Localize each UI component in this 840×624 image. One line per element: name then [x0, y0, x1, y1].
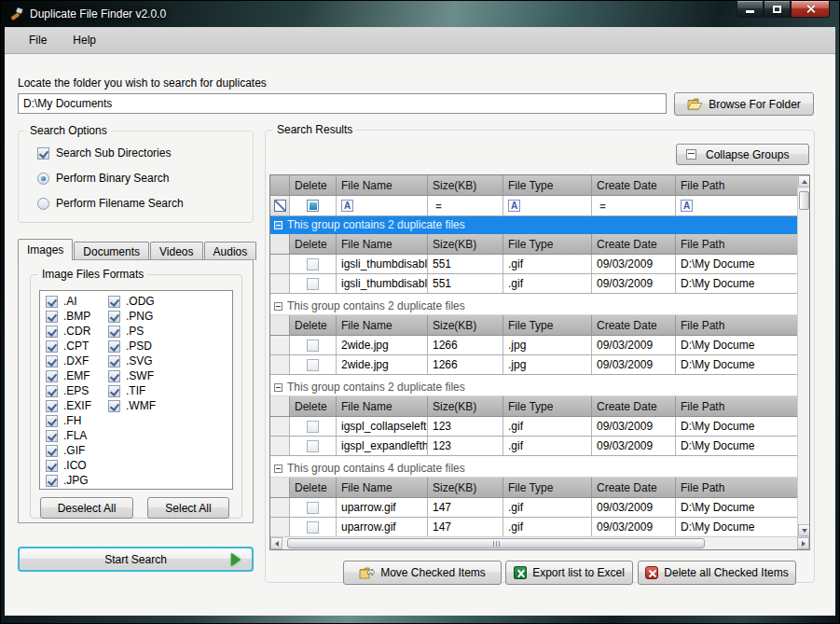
- scroll-down-button[interactable]: [798, 524, 810, 536]
- text-filter-icon[interactable]: A: [341, 200, 353, 212]
- collapse-group-icon[interactable]: [274, 221, 282, 229]
- maximize-button[interactable]: [764, 1, 791, 18]
- tab-videos[interactable]: Videos: [150, 242, 202, 260]
- vertical-scroll-thumb[interactable]: [799, 191, 809, 210]
- filter-input[interactable]: [612, 199, 670, 214]
- close-button[interactable]: [791, 1, 830, 18]
- horizontal-scroll-thumb[interactable]: [287, 538, 705, 548]
- format-checkbox-cdr[interactable]: .CDR: [46, 324, 91, 339]
- format-checkbox-tif[interactable]: .TIF: [108, 383, 156, 398]
- delete-checkbox[interactable]: [307, 258, 319, 270]
- format-checkbox-psd[interactable]: .PSD: [108, 339, 156, 354]
- delete-checkbox[interactable]: [307, 502, 319, 514]
- search-subdirectories-option[interactable]: Search Sub Directories: [37, 146, 171, 159]
- group-header[interactable]: This group contains 2 duplicate files: [270, 298, 799, 315]
- table-row[interactable]: 2wide.jpg 1266 .jpg 09/03/2009 D:\My Doc…: [270, 336, 799, 355]
- menu-file[interactable]: File: [18, 31, 58, 49]
- title-bar[interactable]: Duplicate File Finder v2.0.0: [1, 1, 839, 27]
- format-label: .CPT: [63, 340, 89, 353]
- text-filter-icon[interactable]: A: [681, 200, 693, 212]
- checkbox-icon: [108, 326, 120, 338]
- minimize-button[interactable]: [737, 1, 764, 18]
- format-checkbox-dxf[interactable]: .DXF: [46, 354, 91, 368]
- scroll-up-button[interactable]: [798, 175, 810, 187]
- collapse-groups-button[interactable]: Collapse Groups: [676, 144, 809, 165]
- vertical-scrollbar[interactable]: [797, 175, 809, 536]
- format-checkbox-gif[interactable]: .GIF: [46, 443, 91, 458]
- header-size[interactable]: Size(KB): [428, 175, 503, 195]
- format-checkbox-odg[interactable]: .ODG: [108, 294, 156, 309]
- table-row[interactable]: igspl_collapseleft 123 .gif 09/03/2009 D…: [270, 417, 799, 437]
- table-row[interactable]: igspl_expandlefth 123 .gif 09/03/2009 D:…: [270, 437, 799, 456]
- format-checkbox-wmf[interactable]: .WMF: [108, 398, 156, 413]
- clear-filters-icon[interactable]: [274, 200, 286, 212]
- format-checkbox-ai[interactable]: .AI: [46, 294, 91, 309]
- checkbox-icon: [108, 400, 120, 412]
- equals-filter-icon[interactable]: =: [597, 201, 609, 212]
- scroll-right-button[interactable]: [797, 537, 809, 549]
- format-checkbox-png[interactable]: .PNG: [108, 309, 156, 324]
- format-checkbox-bmp[interactable]: .BMP: [46, 309, 91, 324]
- delete-checked-items-button[interactable]: Delete all Checked Items: [638, 561, 796, 585]
- filter-input[interactable]: [356, 199, 422, 214]
- delete-checkbox[interactable]: [307, 521, 319, 534]
- equals-filter-icon[interactable]: =: [433, 201, 445, 212]
- select-all-label: Select All: [165, 502, 211, 515]
- format-checkbox-jpg[interactable]: .JPG: [46, 473, 91, 488]
- group-header[interactable]: This group contains 2 duplicate files: [270, 216, 799, 234]
- filter-size-cell: =: [428, 196, 503, 215]
- table-row[interactable]: uparrow.gif 147 .gif 09/03/2009 D:\My Do…: [270, 498, 799, 518]
- header-file-type[interactable]: File Type: [503, 175, 592, 195]
- table-row[interactable]: 2wide.jpg 1266 .jpg 09/03/2009 D:\My Doc…: [270, 355, 799, 375]
- browse-folder-button[interactable]: Browse For Folder: [674, 92, 814, 116]
- header-delete[interactable]: Delete: [290, 175, 337, 195]
- format-checkbox-emf[interactable]: .EMF: [46, 368, 91, 383]
- select-all-button[interactable]: Select All: [147, 497, 229, 519]
- filter-input[interactable]: [695, 199, 794, 214]
- header-file-name[interactable]: File Name: [337, 175, 428, 195]
- delete-checkbox[interactable]: [307, 440, 319, 452]
- tab-images[interactable]: Images: [18, 239, 73, 260]
- format-checkbox-ico[interactable]: .ICO: [46, 458, 91, 473]
- export-to-excel-button[interactable]: Export list to Excel: [505, 561, 633, 585]
- move-checked-items-button[interactable]: Move Checked Items: [343, 561, 502, 585]
- tab-documents[interactable]: Documents: [74, 242, 149, 260]
- scroll-left-button[interactable]: [270, 537, 282, 549]
- filter-input[interactable]: [523, 199, 586, 214]
- format-checkbox-eps[interactable]: .EPS: [46, 383, 91, 398]
- collapse-group-icon[interactable]: [274, 383, 282, 392]
- table-row[interactable]: igsli_thumbdisabl 551 .gif 09/03/2009 D:…: [270, 255, 799, 274]
- binary-search-option[interactable]: Perform Binary Search: [37, 172, 169, 185]
- delete-checkbox[interactable]: [307, 359, 319, 371]
- collapse-group-icon[interactable]: [274, 302, 282, 311]
- format-checkbox-svg[interactable]: .SVG: [108, 354, 156, 368]
- start-search-button[interactable]: Start Search: [18, 547, 254, 572]
- horizontal-scrollbar[interactable]: [270, 536, 809, 549]
- format-checkbox-list[interactable]: .AI .BMP .CDR .CPT .DXF .EMF .EPS .EXIF …: [39, 290, 233, 490]
- collapse-group-icon[interactable]: [274, 465, 282, 473]
- delete-checkbox[interactable]: [307, 340, 319, 352]
- text-filter-icon[interactable]: A: [508, 200, 520, 212]
- checkbox-icon: [108, 370, 120, 382]
- filename-search-option[interactable]: Perform Filename Search: [37, 197, 184, 210]
- format-checkbox-cpt[interactable]: .CPT: [46, 339, 91, 354]
- menu-help[interactable]: Help: [62, 31, 107, 49]
- format-checkbox-ps[interactable]: .PS: [108, 324, 156, 339]
- tab-audios[interactable]: Audios: [204, 242, 257, 260]
- format-checkbox-swf[interactable]: .SWF: [108, 368, 156, 383]
- table-row[interactable]: igsli_thumbdisabl 551 .gif 09/03/2009 D:…: [270, 274, 799, 294]
- header-create-date[interactable]: Create Date: [592, 175, 676, 195]
- format-checkbox-fh[interactable]: .FH: [46, 413, 91, 428]
- group-header[interactable]: This group contains 2 duplicate files: [270, 379, 799, 396]
- group-header[interactable]: This group contains 4 duplicate files: [270, 460, 799, 478]
- table-row[interactable]: uparrow.gif 147 .gif 09/03/2009 D:\My Do…: [270, 518, 799, 537]
- header-file-path[interactable]: File Path: [676, 175, 799, 195]
- format-checkbox-exif[interactable]: .EXIF: [46, 398, 91, 413]
- deselect-all-button[interactable]: Deselect All: [40, 497, 133, 519]
- filter-input[interactable]: [448, 199, 498, 214]
- delete-checkbox[interactable]: [307, 421, 319, 433]
- delete-filter-icon[interactable]: [307, 200, 319, 212]
- format-checkbox-fla[interactable]: .FLA: [46, 428, 91, 443]
- delete-checkbox[interactable]: [307, 278, 319, 290]
- folder-path-input[interactable]: [18, 93, 667, 114]
